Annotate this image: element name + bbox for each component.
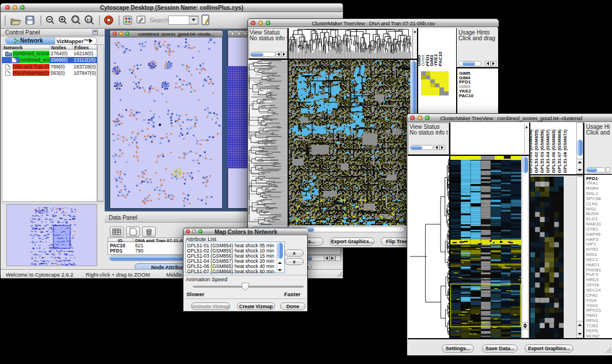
svg-text:1:1: 1:1 [87, 18, 93, 22]
svg-text:Search:: Search: [150, 17, 170, 24]
